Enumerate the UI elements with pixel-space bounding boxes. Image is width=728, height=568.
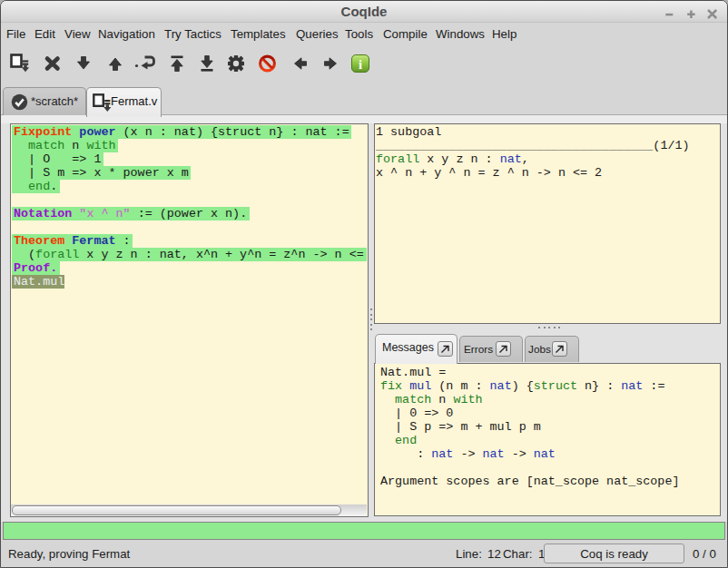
svg-text:i: i	[359, 57, 362, 72]
